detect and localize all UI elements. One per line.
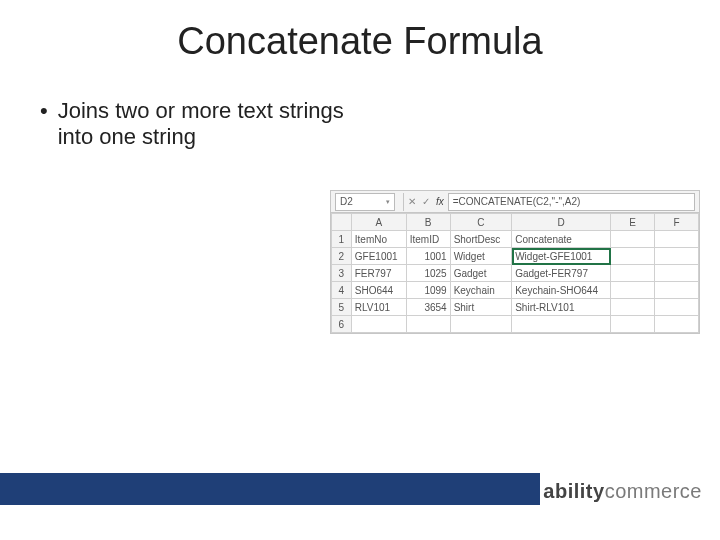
cell[interactable] <box>512 316 611 333</box>
cell[interactable] <box>406 316 450 333</box>
bullet-dot: • <box>40 98 48 151</box>
col-header[interactable]: B <box>406 214 450 231</box>
cell[interactable]: Widget <box>450 248 512 265</box>
cell[interactable] <box>611 265 655 282</box>
cell[interactable] <box>611 248 655 265</box>
separator <box>403 193 404 211</box>
cell[interactable]: ShortDesc <box>450 231 512 248</box>
cell[interactable]: Gadget <box>450 265 512 282</box>
corner-cell[interactable] <box>332 214 352 231</box>
excel-screenshot: D2 ▾ ✕ ✓ fx =CONCATENATE(C2,"-",A2) A <box>330 190 700 334</box>
cell[interactable]: Shirt <box>450 299 512 316</box>
cell[interactable] <box>655 299 699 316</box>
cell[interactable] <box>611 231 655 248</box>
col-header[interactable]: A <box>351 214 406 231</box>
bullet-list: • Joins two or more text strings into on… <box>40 98 370 151</box>
formula-input[interactable]: =CONCATENATE(C2,"-",A2) <box>448 193 695 211</box>
cell[interactable]: Gadget-FER797 <box>512 265 611 282</box>
cell[interactable] <box>611 299 655 316</box>
cancel-icon[interactable]: ✕ <box>408 196 416 207</box>
grid: A B C D E F 1ItemNoItemIDShortDescConcat… <box>331 213 699 333</box>
chevron-down-icon: ▾ <box>386 198 390 206</box>
cell[interactable]: Concatenate <box>512 231 611 248</box>
cell[interactable] <box>611 316 655 333</box>
cell[interactable]: 3654 <box>406 299 450 316</box>
row-header[interactable]: 3 <box>332 265 352 282</box>
name-box-value: D2 <box>340 196 353 207</box>
cell[interactable]: Keychain-SHO644 <box>512 282 611 299</box>
cell[interactable]: RLV101 <box>351 299 406 316</box>
cell[interactable] <box>655 316 699 333</box>
col-header[interactable]: C <box>450 214 512 231</box>
formula-text: =CONCATENATE(C2,"-",A2) <box>453 196 581 207</box>
cell[interactable] <box>655 265 699 282</box>
slide-title: Concatenate Formula <box>0 20 720 63</box>
cell[interactable]: SHO644 <box>351 282 406 299</box>
bullet-text: Joins two or more text strings into one … <box>58 98 370 151</box>
cell[interactable]: 1001 <box>406 248 450 265</box>
cell[interactable]: ItemID <box>406 231 450 248</box>
cell[interactable] <box>611 282 655 299</box>
cell[interactable] <box>450 316 512 333</box>
cell[interactable] <box>655 282 699 299</box>
logo-light: commerce <box>605 480 702 503</box>
cell[interactable]: GFE1001 <box>351 248 406 265</box>
logo-strong: ability <box>543 480 604 503</box>
logo: abilitycommerce <box>543 477 702 505</box>
col-header[interactable]: F <box>655 214 699 231</box>
enter-icon[interactable]: ✓ <box>422 196 430 207</box>
row-header[interactable]: 6 <box>332 316 352 333</box>
row-header[interactable]: 1 <box>332 231 352 248</box>
formula-icons: ✕ ✓ fx <box>408 196 444 207</box>
formula-bar: D2 ▾ ✕ ✓ fx =CONCATENATE(C2,"-",A2) <box>331 191 699 213</box>
row-header[interactable]: 4 <box>332 282 352 299</box>
cell[interactable]: Keychain <box>450 282 512 299</box>
footer-bar <box>0 473 540 505</box>
cell[interactable]: Widget-GFE1001 <box>512 248 611 265</box>
fx-icon[interactable]: fx <box>436 196 444 207</box>
cell[interactable]: 1025 <box>406 265 450 282</box>
cell[interactable]: Shirt-RLV101 <box>512 299 611 316</box>
cell[interactable] <box>655 248 699 265</box>
row-header[interactable]: 5 <box>332 299 352 316</box>
cell[interactable]: FER797 <box>351 265 406 282</box>
name-box[interactable]: D2 ▾ <box>335 193 395 211</box>
cell[interactable]: ItemNo <box>351 231 406 248</box>
col-header[interactable]: D <box>512 214 611 231</box>
row-header[interactable]: 2 <box>332 248 352 265</box>
cell[interactable] <box>351 316 406 333</box>
cell[interactable]: 1099 <box>406 282 450 299</box>
cell[interactable] <box>655 231 699 248</box>
col-header[interactable]: E <box>611 214 655 231</box>
